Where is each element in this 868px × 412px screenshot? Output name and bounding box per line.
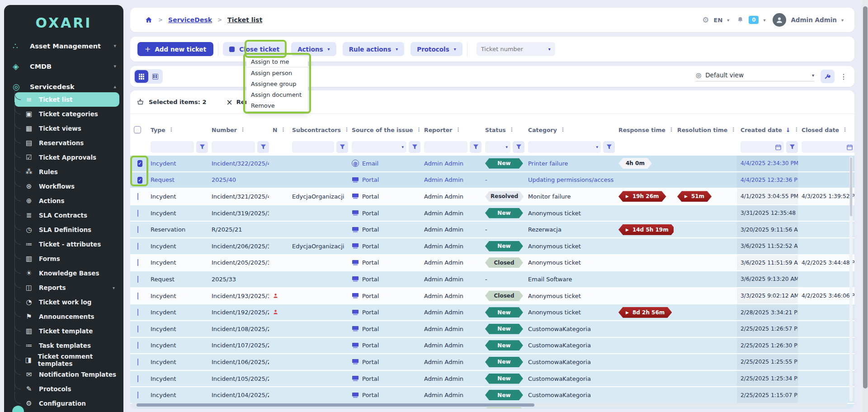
chevron-down-icon[interactable]: ▾	[841, 18, 844, 23]
row-checkbox[interactable]	[137, 326, 138, 332]
rule-actions-dropdown-button[interactable]: Rule actions ▾	[343, 42, 405, 56]
ticket-number-input[interactable]	[481, 46, 540, 52]
table-row[interactable]: IncydentIncident/105/2025/2/...PortalAdm…	[130, 371, 854, 388]
cell-reporter[interactable]: Admin Admin	[420, 176, 481, 183]
table-row[interactable]: ✓IncydentIncident/322/2025/4/4@EmailAdmi…	[130, 156, 854, 172]
cell-category[interactable]: Monitor failure	[524, 193, 615, 200]
table-row[interactable]: IncydentIncident/107/2025/2/...PortalAdm…	[130, 338, 854, 355]
page-scrollbar[interactable]	[863, 0, 868, 412]
cell-category[interactable]: CustomowaKategoria	[524, 359, 615, 365]
menu-item-assignee-group[interactable]: Assignee group	[246, 78, 308, 89]
cell-number[interactable]: Incident/106/2025/2/...	[208, 359, 269, 365]
table-vertical-scrollbar[interactable]	[849, 156, 853, 401]
column-view-button[interactable]	[148, 70, 162, 83]
chevron-down-icon[interactable]: ▾	[727, 18, 729, 23]
sidebar-item-announcements[interactable]: ⚑Announcements	[14, 309, 119, 324]
view-select[interactable]: ◎ Default view ▾	[696, 71, 814, 81]
protocols-dropdown-button[interactable]: Protocols ▾	[410, 42, 462, 56]
language-selector[interactable]: EN	[714, 17, 723, 24]
sidebar-item-asset-management[interactable]: ∴Asset Management▾	[4, 36, 123, 56]
filter-input-number[interactable]	[212, 141, 255, 153]
user-menu[interactable]: Admin Admin	[791, 16, 837, 24]
cell-number[interactable]: Incident/205/2025/3/6	[208, 259, 269, 266]
table-row[interactable]: ✓Request2025/40PortalAdmin Admin-Updatin…	[130, 172, 854, 189]
row-checkbox[interactable]	[137, 359, 138, 365]
row-checkbox[interactable]: ✓	[137, 177, 142, 184]
cell-category[interactable]: Rezerwacja	[524, 226, 615, 233]
table-horizontal-scrollbar[interactable]	[131, 403, 848, 407]
notification-count-badge[interactable]: 0	[749, 16, 759, 24]
cell-reporter[interactable]: Admin Admin	[420, 210, 481, 217]
ticket-number-field[interactable]: ▾	[476, 42, 555, 56]
cell-reporter[interactable]: Admin Admin	[420, 293, 481, 299]
row-checkbox[interactable]	[137, 243, 138, 250]
column-menu-icon[interactable]: ⋮	[344, 127, 348, 133]
cell-reporter[interactable]: Admin Admin	[420, 276, 481, 283]
column-menu-icon[interactable]: ⋮	[455, 127, 461, 133]
column-menu-icon[interactable]: ⋮	[669, 127, 674, 133]
cell-category[interactable]: Anonymous ticket	[524, 309, 615, 316]
column-menu-icon[interactable]: ⋮	[240, 127, 245, 133]
cell-reporter[interactable]: Admin Admin	[420, 259, 481, 266]
column-menu-icon[interactable]: ⋮	[280, 127, 286, 133]
sidebar-item-ticket-work-log[interactable]: ◔Ticket work log	[14, 295, 119, 309]
row-checkbox[interactable]	[137, 210, 138, 217]
sidebar-item-rules[interactable]: ⁂Rules	[14, 165, 119, 179]
sidebar-item-forms[interactable]: ▥Forms	[14, 251, 119, 266]
menu-item-assign-document[interactable]: Assign document	[246, 89, 308, 100]
cell-reporter[interactable]: Admin Admin	[420, 160, 481, 167]
cell-category[interactable]: CustomowaKategoria	[524, 326, 615, 332]
row-checkbox[interactable]	[137, 342, 138, 349]
sort-desc-icon[interactable]: ↓	[786, 127, 791, 133]
table-row[interactable]: ReservationR/2025/21PortalAdmin Admin-Re…	[130, 222, 854, 238]
cell-category[interactable]: CustomowaKategoria	[524, 375, 615, 382]
row-checkbox[interactable]	[137, 276, 138, 283]
table-row[interactable]: Request2025/33PortalAdmin Admin-Email So…	[130, 271, 854, 288]
filter-funnel-button[interactable]	[470, 141, 481, 153]
cell-number[interactable]: Incident/322/2025/4/4	[208, 160, 269, 167]
sidebar-item-configuration[interactable]: ⚙Configuration	[14, 396, 119, 411]
cell-category[interactable]: Anonymous ticket	[524, 210, 615, 217]
cell-category[interactable]: Anonymous ticket	[524, 259, 615, 266]
filter-input-source[interactable]: ▾	[352, 141, 406, 153]
table-row[interactable]: IncydentIncident/106/2025/2/...PortalAdm…	[130, 354, 854, 371]
filter-input-subcontractors[interactable]	[292, 141, 334, 153]
row-checkbox[interactable]	[137, 293, 138, 299]
cell-category[interactable]: Anonymous ticket	[524, 293, 615, 299]
table-row[interactable]: IncydentIncident/108/2025/2/...PortalAdm…	[130, 321, 854, 338]
cell-number[interactable]: R/2025/21	[208, 226, 269, 233]
filter-input-type[interactable]	[151, 141, 194, 153]
cell-reporter[interactable]: Admin Admin	[420, 309, 481, 316]
sidebar-item-reservations[interactable]: ▤Reservations	[14, 136, 119, 150]
cell-reporter[interactable]: Admin Admin	[420, 359, 481, 365]
sidebar-item-ticket-approvals[interactable]: ☑Ticket Approvals	[14, 150, 119, 165]
cell-number[interactable]: 2025/40	[208, 176, 269, 183]
cell-reporter[interactable]: Admin Admin	[420, 375, 481, 382]
sidebar-item-sla-contracts[interactable]: ≣SLA Contracts	[14, 208, 119, 223]
cell-category[interactable]: CustomowaKategoria	[524, 392, 615, 398]
filter-input-status[interactable]: ▾	[485, 141, 510, 153]
cell-number[interactable]: Incident/193/2025/3/3	[208, 293, 269, 299]
bell-icon[interactable]	[736, 16, 744, 24]
cell-number[interactable]: Incident/321/2025/4/1	[208, 193, 269, 200]
table-row[interactable]: IncydentIncident/104/2025/2/...PortalAdm…	[130, 387, 854, 404]
breadcrumb-ticket-list[interactable]: Ticket list	[227, 16, 262, 24]
breadcrumb-servicedesk[interactable]: ServiceDesk	[168, 16, 212, 24]
settings-gear-icon[interactable]: ⚙	[702, 15, 709, 24]
chevron-down-icon[interactable]: ▾	[763, 18, 765, 23]
column-menu-icon[interactable]: ⋮	[416, 127, 420, 133]
view-settings-button[interactable]	[821, 70, 835, 83]
cell-number[interactable]: 2025/33	[208, 276, 269, 283]
cell-number[interactable]: Incident/108/2025/2/...	[208, 326, 269, 332]
sidebar-item-ticket-template[interactable]: ▥Ticket template	[14, 324, 119, 338]
filter-funnel-button[interactable]	[786, 141, 798, 153]
row-checkbox[interactable]	[137, 226, 138, 233]
table-row[interactable]: IncydentIncident/319/2025/3/...PortalAdm…	[130, 205, 854, 222]
filter-funnel-button[interactable]	[257, 141, 269, 153]
sidebar-item-actions[interactable]: ⊕Actions	[14, 194, 119, 208]
column-menu-icon[interactable]: ⋮	[794, 127, 798, 133]
cell-reporter[interactable]: Admin Admin	[420, 392, 481, 398]
row-checkbox[interactable]	[137, 309, 138, 316]
sidebar-item-protocols[interactable]: ✎Protocols	[14, 382, 119, 396]
cell-reporter[interactable]: Admin Admin	[420, 193, 481, 200]
